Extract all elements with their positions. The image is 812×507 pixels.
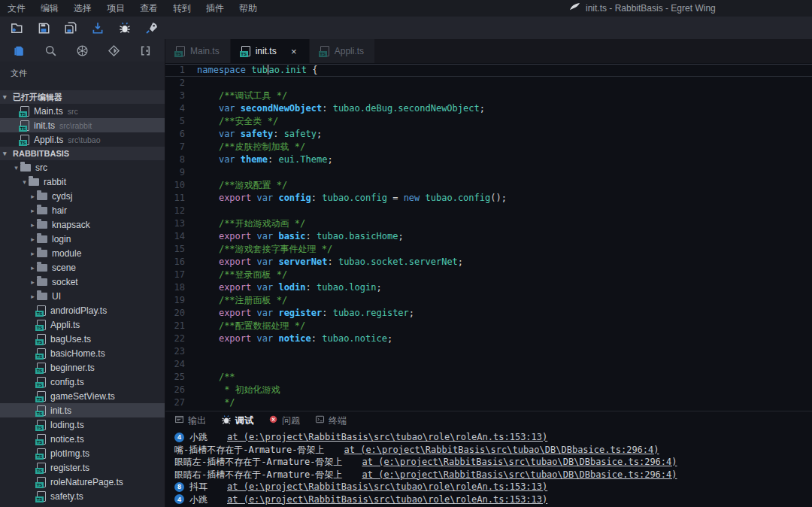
menu-item-查看[interactable]: 查看	[132, 3, 165, 14]
code-line[interactable]: 5 /**安全类 */	[165, 115, 812, 128]
tab-init.ts[interactable]: TSinit.ts×	[231, 39, 309, 63]
panel-tab-问题[interactable]: 问题	[268, 414, 300, 427]
code-line[interactable]: 20 export var register: tubao.register;	[165, 307, 812, 320]
code-line[interactable]: 4 var secondNewObject: tubao.deBug.secon…	[165, 102, 812, 115]
panel-tab-调试[interactable]: 调试	[221, 414, 253, 427]
menu-item-帮助[interactable]: 帮助	[232, 3, 265, 14]
tree-item-loding.ts[interactable]: TSloding.ts	[0, 417, 165, 432]
output-icon	[174, 414, 184, 427]
source-link[interactable]: at (e:\project\RabbitBasis\src\tubao\DB\…	[344, 444, 659, 457]
tree-item-src[interactable]: ▾src	[0, 160, 165, 175]
tree-item-cydsj[interactable]: ▸cydsj	[0, 189, 165, 203]
tree-item-androidPlay.ts[interactable]: TSandroidPlay.ts	[0, 303, 165, 317]
code-line[interactable]: 17 /**登录面板 */	[165, 269, 812, 281]
source-link[interactable]: at (e:\project\RabbitBasis\src\tubao\DB\…	[362, 469, 677, 481]
source-link[interactable]: at (e:\project\RabbitBasis\src\tubao\DB\…	[362, 456, 677, 469]
project-header[interactable]: ▾ RABBITBASIS	[0, 147, 165, 160]
tree-item-register.ts[interactable]: TSregister.ts	[0, 460, 165, 475]
open-editor-item[interactable]: TSAppli.tssrc\tubao	[0, 132, 165, 147]
files-icon[interactable]	[11, 42, 28, 59]
tree-item-beginner.ts[interactable]: TSbeginner.ts	[0, 360, 165, 375]
build-icon[interactable]	[90, 20, 105, 35]
tree-item-bagUse.ts[interactable]: TSbagUse.ts	[0, 332, 165, 346]
code-line[interactable]: 23	[165, 345, 812, 358]
code-line[interactable]: 15 /**游戏套接字事件处理 */	[165, 243, 812, 256]
new-project-icon[interactable]	[9, 20, 24, 35]
menu-item-编辑[interactable]: 编辑	[33, 3, 66, 14]
code-line[interactable]: 1namespace tubao.init {	[165, 64, 812, 77]
tree-item-init.ts[interactable]: TSinit.ts	[0, 403, 165, 417]
egret-icon[interactable]	[106, 42, 123, 59]
menu-item-选择[interactable]: 选择	[66, 3, 99, 14]
publish-icon[interactable]	[144, 20, 159, 35]
search-icon[interactable]	[43, 42, 59, 59]
source-link[interactable]: at (e:\project\RabbitBasis\src\tubao\rol…	[227, 481, 547, 493]
tab-Appli.ts[interactable]: TSAppli.ts	[310, 39, 374, 63]
line-number: 9	[165, 166, 197, 179]
code-line[interactable]: 26 * 初始化游戏	[165, 384, 812, 396]
save-icon[interactable]	[36, 20, 51, 35]
code-editor[interactable]: 1namespace tubao.init {23 /**调试工具 */4 va…	[165, 63, 812, 411]
open-editor-item[interactable]: TSinit.tssrc\rabbit	[0, 118, 165, 132]
line-number: 13	[165, 217, 197, 230]
code-line[interactable]: 16 export var serverNet: tubao.socket.se…	[165, 256, 812, 269]
menu-item-插件[interactable]: 插件	[198, 3, 232, 14]
code-line[interactable]: 3 /**调试工具 */	[165, 90, 812, 102]
code-line[interactable]: 6 var safety: safety;	[165, 128, 812, 141]
tree-item-roleNaturePage.ts[interactable]: TSroleNaturePage.ts	[0, 475, 165, 489]
tree-item-module[interactable]: ▸module	[0, 246, 165, 260]
code-line[interactable]: 19 /**注册面板 */	[165, 294, 812, 307]
open-editors-header[interactable]: ▾ 已打开编辑器	[0, 90, 165, 104]
code-line[interactable]: 28 export function init() {	[165, 409, 812, 411]
line-number: 17	[165, 269, 197, 281]
code-line[interactable]: 9	[165, 166, 812, 179]
menu-item-转到[interactable]: 转到	[165, 3, 198, 14]
code-line[interactable]: 21 /**配置数据处理 */	[165, 320, 812, 332]
tree-item-label: bagUse.ts	[50, 334, 91, 345]
brackets-icon[interactable]	[138, 42, 154, 59]
code-line[interactable]: 14 export var basic: tubao.basicHome;	[165, 230, 812, 243]
menu-item-项目[interactable]: 项目	[99, 3, 132, 14]
code-line[interactable]: 7 /**皮肤控制加载 */	[165, 141, 812, 153]
code-line[interactable]: 11 export var config: tubao.config = new…	[165, 192, 812, 205]
save-all-icon[interactable]	[63, 20, 78, 35]
tree-item-UI[interactable]: ▸UI	[0, 289, 165, 303]
tree-item-hair[interactable]: ▸hair	[0, 203, 165, 217]
tree-item-safety.ts[interactable]: TSsafety.ts	[0, 489, 165, 503]
extensions-icon[interactable]	[74, 42, 91, 59]
code-line[interactable]: 12	[165, 205, 812, 217]
chevron-right-icon: ▸	[29, 264, 37, 272]
panel-tab-终端[interactable]: 终端	[315, 414, 347, 427]
tree-item-plotImg.ts[interactable]: TSplotImg.ts	[0, 446, 165, 460]
tree-item-Appli.ts[interactable]: TSAppli.ts	[0, 317, 165, 332]
code-line[interactable]: 22 export var notice: tubao.notice;	[165, 332, 812, 345]
open-editor-item[interactable]: TSMain.tssrc	[0, 104, 165, 118]
code-line[interactable]: 18 export var lodin: tubao.login;	[165, 281, 812, 294]
tree-item-socket[interactable]: ▸socket	[0, 275, 165, 289]
code-line[interactable]: 25 /**	[165, 371, 812, 384]
tree-item-config.ts[interactable]: TSconfig.ts	[0, 375, 165, 389]
tree-item-gameSetView.ts[interactable]: TSgameSetView.ts	[0, 389, 165, 403]
code-line[interactable]: 2	[165, 77, 812, 90]
panel-tab-输出[interactable]: 输出	[174, 414, 206, 427]
tab-Main.ts[interactable]: TSMain.ts	[165, 39, 230, 63]
menu-item-文件[interactable]: 文件	[0, 3, 33, 14]
typescript-file-icon: TS	[37, 448, 46, 459]
tree-item-scene[interactable]: ▸scene	[0, 260, 165, 275]
close-icon[interactable]: ×	[289, 46, 298, 57]
code-line[interactable]: 24	[165, 358, 812, 371]
tree-item-knapsack[interactable]: ▸knapsack	[0, 217, 165, 232]
code-text: /**皮肤控制加载 */	[197, 141, 305, 153]
tree-item-label: safety.ts	[50, 491, 83, 502]
source-link[interactable]: at (e:\project\RabbitBasis\src\tubao\rol…	[227, 431, 547, 444]
code-line[interactable]: 13 /**开始游戏动画 */	[165, 217, 812, 230]
code-line[interactable]: 8 var theme: eui.Theme;	[165, 153, 812, 166]
code-line[interactable]: 10 /**游戏配置 */	[165, 179, 812, 192]
tree-item-rabbit[interactable]: ▾rabbit	[0, 175, 165, 189]
tree-item-notice.ts[interactable]: TSnotice.ts	[0, 432, 165, 446]
debug-icon[interactable]	[117, 20, 132, 35]
tree-item-login[interactable]: ▸login	[0, 232, 165, 246]
code-line[interactable]: 27 */	[165, 396, 812, 409]
tree-item-basicHome.ts[interactable]: TSbasicHome.ts	[0, 346, 165, 360]
source-link[interactable]: at (e:\project\RabbitBasis\src\tubao\rol…	[227, 493, 547, 506]
